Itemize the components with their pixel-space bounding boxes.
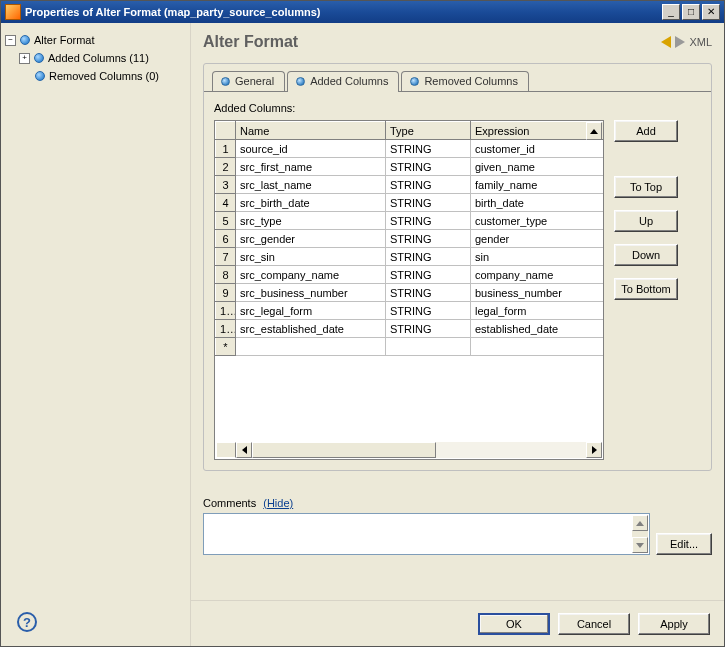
cell-expression[interactable]: family_name bbox=[471, 176, 605, 194]
table-title: Added Columns: bbox=[214, 102, 701, 114]
table-row[interactable]: 3src_last_nameSTRINGfamily_name bbox=[216, 176, 605, 194]
cell-name[interactable]: src_last_name bbox=[236, 176, 386, 194]
cell-name[interactable]: src_established_date bbox=[236, 320, 386, 338]
horizontal-scrollbar[interactable] bbox=[236, 442, 602, 458]
cell-type[interactable]: STRING bbox=[386, 212, 471, 230]
comments-label-row: Comments (Hide) bbox=[203, 497, 712, 509]
cell-name[interactable]: src_business_number bbox=[236, 284, 386, 302]
tab-label: Removed Columns bbox=[424, 75, 518, 87]
comments-hide-link[interactable]: (Hide) bbox=[263, 497, 293, 509]
page-title: Alter Format bbox=[203, 33, 298, 51]
tree-child-added[interactable]: + Added Columns (11) bbox=[5, 49, 186, 67]
comments-textarea[interactable] bbox=[203, 513, 650, 555]
column-header[interactable]: Expression bbox=[471, 122, 605, 140]
down-button[interactable]: Down bbox=[614, 244, 678, 266]
to-top-button[interactable]: To Top bbox=[614, 176, 678, 198]
table-row[interactable]: 7src_sinSTRINGsin bbox=[216, 248, 605, 266]
table-row[interactable]: 2src_first_nameSTRINGgiven_name bbox=[216, 158, 605, 176]
table-row[interactable]: 10src_legal_formSTRINGlegal_form bbox=[216, 302, 605, 320]
cell-type[interactable]: STRING bbox=[386, 176, 471, 194]
cell-expression[interactable]: given_name bbox=[471, 158, 605, 176]
table-new-row[interactable]: * bbox=[216, 338, 605, 356]
data-grid[interactable]: NameTypeExpression1source_idSTRINGcustom… bbox=[214, 120, 604, 460]
cell-type[interactable]: STRING bbox=[386, 320, 471, 338]
window-title: Properties of Alter Format (map_party_so… bbox=[25, 6, 662, 18]
tree-root-row[interactable]: − Alter Format bbox=[5, 31, 186, 49]
table-row[interactable]: 9src_business_numberSTRINGbusiness_numbe… bbox=[216, 284, 605, 302]
tree-pane: − Alter Format + Added Columns (11) Remo… bbox=[1, 23, 191, 646]
edit-comments-button[interactable]: Edit... bbox=[656, 533, 712, 555]
table-row[interactable]: 1source_idSTRINGcustomer_id bbox=[216, 140, 605, 158]
maximize-button[interactable]: □ bbox=[682, 4, 700, 20]
to-bottom-button[interactable]: To Bottom bbox=[614, 278, 678, 300]
column-header[interactable]: Name bbox=[236, 122, 386, 140]
cell-expression[interactable]: legal_form bbox=[471, 302, 605, 320]
table-row[interactable]: 6src_genderSTRINGgender bbox=[216, 230, 605, 248]
grid-empty-area bbox=[216, 368, 602, 442]
table-row[interactable]: 5src_typeSTRINGcustomer_type bbox=[216, 212, 605, 230]
xml-label[interactable]: XML bbox=[689, 36, 712, 48]
tree-expand-icon[interactable]: + bbox=[19, 53, 30, 64]
cell-type[interactable]: STRING bbox=[386, 230, 471, 248]
cell-name[interactable]: src_birth_date bbox=[236, 194, 386, 212]
dialog-button-bar: OK Cancel Apply bbox=[191, 600, 724, 646]
cell-name[interactable]: src_legal_form bbox=[236, 302, 386, 320]
cell-name[interactable]: src_first_name bbox=[236, 158, 386, 176]
column-scroll-up-icon[interactable] bbox=[586, 122, 602, 140]
scroll-right-button[interactable] bbox=[586, 442, 602, 458]
tree-collapse-icon[interactable]: − bbox=[5, 35, 16, 46]
tab-general[interactable]: General bbox=[212, 71, 285, 91]
row-number: * bbox=[216, 338, 236, 356]
corner-cell bbox=[216, 122, 236, 140]
close-button[interactable]: ✕ bbox=[702, 4, 720, 20]
ok-button[interactable]: OK bbox=[478, 613, 550, 635]
tree-child-removed[interactable]: Removed Columns (0) bbox=[5, 67, 186, 85]
tab-added-columns[interactable]: Added Columns bbox=[287, 71, 399, 92]
cell-expression[interactable]: birth_date bbox=[471, 194, 605, 212]
cell-type[interactable]: STRING bbox=[386, 266, 471, 284]
cell-expression[interactable]: business_number bbox=[471, 284, 605, 302]
row-number: 4 bbox=[216, 194, 236, 212]
scroll-track[interactable] bbox=[252, 442, 586, 458]
node-icon bbox=[20, 35, 30, 45]
cancel-button[interactable]: Cancel bbox=[558, 613, 630, 635]
cell-name[interactable]: source_id bbox=[236, 140, 386, 158]
cell-expression[interactable]: customer_id bbox=[471, 140, 605, 158]
cell-name[interactable]: src_sin bbox=[236, 248, 386, 266]
comments-scroll-up[interactable] bbox=[632, 515, 648, 531]
cell-name[interactable]: src_type bbox=[236, 212, 386, 230]
arrow-forward-icon[interactable] bbox=[675, 36, 685, 48]
apply-button[interactable]: Apply bbox=[638, 613, 710, 635]
cell-type[interactable]: STRING bbox=[386, 140, 471, 158]
node-icon bbox=[34, 53, 44, 63]
cell-type[interactable]: STRING bbox=[386, 284, 471, 302]
cell-type[interactable]: STRING bbox=[386, 302, 471, 320]
arrow-back-icon[interactable] bbox=[661, 36, 671, 48]
comments-scroll-down[interactable] bbox=[632, 537, 648, 553]
cell-expression[interactable]: gender bbox=[471, 230, 605, 248]
minimize-button[interactable]: _ bbox=[662, 4, 680, 20]
cell-type[interactable]: STRING bbox=[386, 248, 471, 266]
table-row[interactable]: 4src_birth_dateSTRINGbirth_date bbox=[216, 194, 605, 212]
cell-expression[interactable]: established_date bbox=[471, 320, 605, 338]
add-button[interactable]: Add bbox=[614, 120, 678, 142]
help-icon[interactable]: ? bbox=[17, 612, 37, 632]
row-number: 7 bbox=[216, 248, 236, 266]
row-number: 3 bbox=[216, 176, 236, 194]
scroll-thumb[interactable] bbox=[252, 442, 436, 458]
cell-expression[interactable]: customer_type bbox=[471, 212, 605, 230]
tree-child-label: Removed Columns (0) bbox=[49, 70, 159, 82]
tab-removed-columns[interactable]: Removed Columns bbox=[401, 71, 529, 91]
column-header[interactable]: Type bbox=[386, 122, 471, 140]
cell-type[interactable]: STRING bbox=[386, 158, 471, 176]
cell-expression[interactable]: company_name bbox=[471, 266, 605, 284]
cell-name[interactable]: src_company_name bbox=[236, 266, 386, 284]
row-number: 10 bbox=[216, 302, 236, 320]
table-row[interactable]: 11src_established_dateSTRINGestablished_… bbox=[216, 320, 605, 338]
cell-expression[interactable]: sin bbox=[471, 248, 605, 266]
cell-name[interactable]: src_gender bbox=[236, 230, 386, 248]
up-button[interactable]: Up bbox=[614, 210, 678, 232]
table-row[interactable]: 8src_company_nameSTRINGcompany_name bbox=[216, 266, 605, 284]
scroll-left-button[interactable] bbox=[236, 442, 252, 458]
cell-type[interactable]: STRING bbox=[386, 194, 471, 212]
